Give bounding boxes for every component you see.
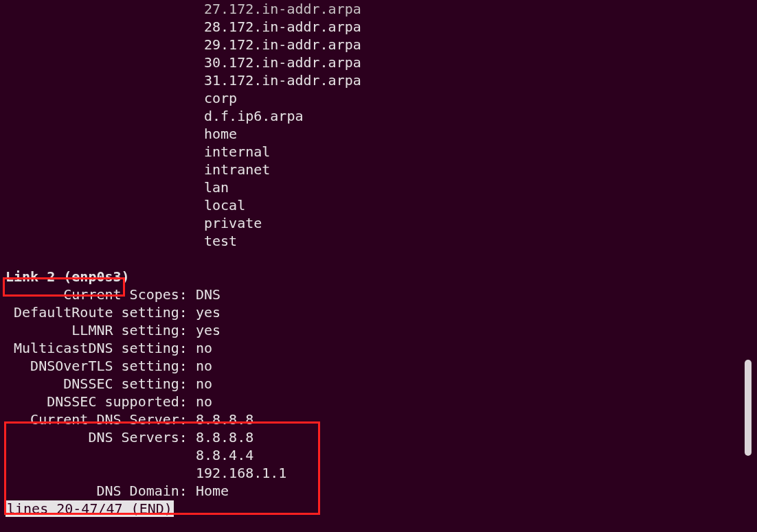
- domain-list-item: test: [5, 232, 757, 250]
- scrollbar-vertical[interactable]: [745, 0, 752, 532]
- domain-list-item: corp: [5, 89, 757, 107]
- domain-list-item: 27.172.in-addr.arpa: [5, 0, 757, 18]
- setting-row: DNSSEC setting: no: [5, 375, 757, 393]
- setting-row: MulticastDNS setting: no: [5, 339, 757, 357]
- domain-list-item: intranet: [5, 161, 757, 178]
- domain-list-item: lan: [5, 178, 757, 196]
- domain-list-item: private: [5, 214, 757, 232]
- domain-list-item: 28.172.in-addr.arpa: [5, 18, 757, 36]
- domain-list-item: 29.172.in-addr.arpa: [5, 36, 757, 54]
- terminal-output[interactable]: 27.172.in-addr.arpa 28.172.in-addr.arpa …: [0, 0, 757, 518]
- domain-list-item: d.f.ip6.arpa: [5, 107, 757, 125]
- setting-row: DNS Domain: Home: [5, 482, 757, 500]
- domain-list-item: internal: [5, 143, 757, 161]
- setting-row: DefaultRoute setting: yes: [5, 303, 757, 321]
- blank-line: [5, 250, 757, 268]
- domain-list-item: 31.172.in-addr.arpa: [5, 71, 757, 89]
- pager-status: lines 20-47/47 (END): [5, 500, 174, 517]
- pager-status-line: lines 20-47/47 (END): [5, 500, 757, 518]
- setting-row: DNS Servers: 8.8.8.8: [5, 428, 757, 446]
- setting-row: 192.168.1.1: [5, 464, 757, 482]
- domain-list-item: local: [5, 196, 757, 214]
- domain-list-item: 30.172.in-addr.arpa: [5, 54, 757, 71]
- setting-row: Current DNS Server: 8.8.8.8: [5, 410, 757, 428]
- setting-row: LLMNR setting: yes: [5, 321, 757, 339]
- setting-row: Current Scopes: DNS: [5, 286, 757, 303]
- scrollbar-thumb[interactable]: [745, 360, 752, 456]
- setting-row: 8.8.4.4: [5, 446, 757, 464]
- setting-row: DNSSEC supported: no: [5, 393, 757, 410]
- domain-list-item: home: [5, 125, 757, 143]
- setting-row: DNSOverTLS setting: no: [5, 357, 757, 375]
- link-heading: Link 2 (enp0s3): [5, 268, 757, 286]
